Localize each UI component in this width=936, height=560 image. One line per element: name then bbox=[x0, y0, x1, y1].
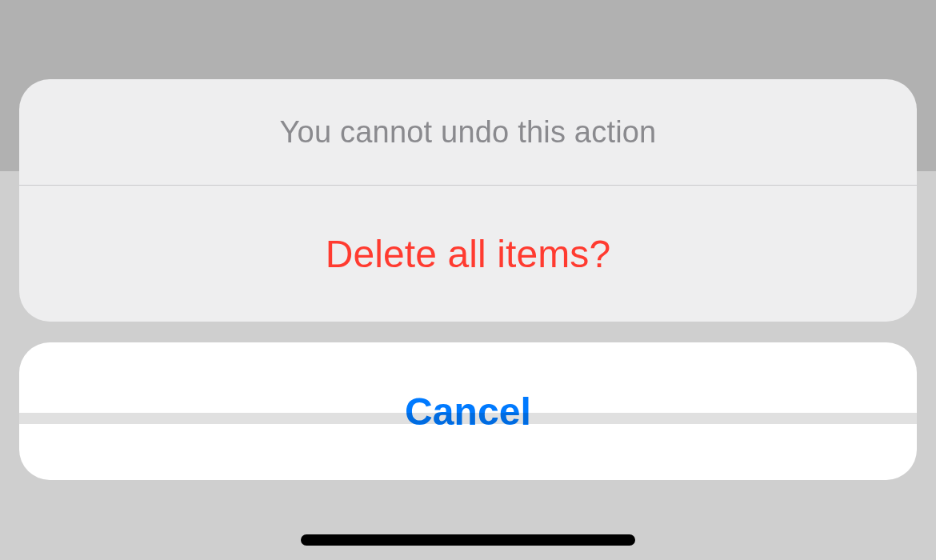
action-sheet: You cannot undo this action Delete all i… bbox=[19, 79, 917, 480]
cancel-button[interactable]: Cancel bbox=[19, 342, 917, 480]
action-sheet-title: You cannot undo this action bbox=[19, 79, 917, 185]
home-indicator bbox=[301, 534, 635, 546]
dimmed-gap bbox=[19, 413, 917, 424]
action-sheet-group: You cannot undo this action Delete all i… bbox=[19, 79, 917, 322]
delete-all-button[interactable]: Delete all items? bbox=[19, 186, 917, 322]
